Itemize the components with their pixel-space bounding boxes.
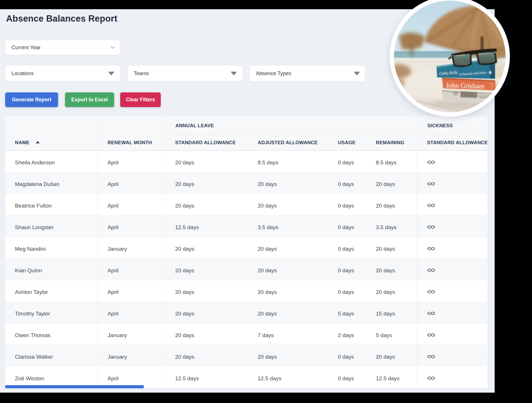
- svg-text:John Grisham: John Grisham: [446, 81, 485, 90]
